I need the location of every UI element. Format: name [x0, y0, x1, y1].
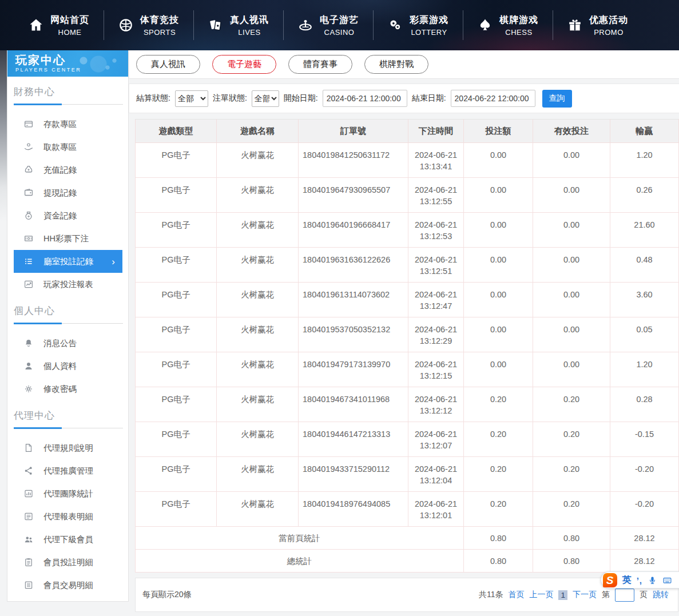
- keyboard-icon[interactable]: [662, 575, 672, 585]
- nav-item-home[interactable]: 网站首页HOME: [14, 0, 104, 50]
- sidebar-item-label: 代理報表明細: [43, 511, 93, 522]
- section-underline: [7, 427, 128, 429]
- cell-game-type: PG电子: [136, 317, 217, 352]
- ime-language-toggle[interactable]: 英: [622, 574, 632, 586]
- cell-bet-time: 2024-06-21 13:12:04: [408, 457, 464, 492]
- sidebar-item-label: 廳室投註記錄: [43, 256, 93, 267]
- nav-item-lottery[interactable]: 彩票游戏LOTTERY: [373, 0, 463, 50]
- nav-label-zh: 真人视讯: [230, 14, 269, 26]
- jump-suffix-label: 页: [640, 590, 648, 600]
- search-button[interactable]: 查詢: [542, 90, 572, 108]
- cell-game-type: PG电子: [136, 143, 217, 178]
- sidebar-item-announcements[interactable]: 消息公告: [14, 332, 122, 355]
- sidebar-item-profile[interactable]: 個人資料: [14, 355, 122, 377]
- top-navigation: 网站首页HOME体育竞技SPORTS真人视讯LIVES电子游艺CASINO彩票游…: [0, 0, 679, 50]
- column-header-game-name: 遊戲名稱: [217, 120, 299, 143]
- sidebar-item-change-password[interactable]: 修改密碼: [14, 377, 122, 400]
- summary-label: 總統計: [136, 550, 464, 573]
- prev-page-link[interactable]: 上一页: [529, 590, 553, 600]
- cell-win-loss: 3.60: [610, 283, 679, 317]
- sidebar-item-agent-rules[interactable]: 代理規則說明: [14, 436, 122, 459]
- order-status-select[interactable]: 全部: [252, 90, 279, 107]
- start-date-input[interactable]: [323, 90, 407, 107]
- sidebar-item-agent-report-detail[interactable]: 代理報表明細: [14, 505, 122, 528]
- nav-item-promo[interactable]: 优惠活动PROMO: [553, 0, 642, 50]
- tab-sports-events[interactable]: 體育賽事: [288, 55, 352, 74]
- table-row: PG电子火树赢花18040194189764940852024-06-21 13…: [136, 492, 679, 527]
- sidebar-item-label: 個人資料: [43, 361, 77, 372]
- tab-live-video[interactable]: 真人視訊: [136, 55, 200, 74]
- sidebar-item-funds-record[interactable]: 資金記錄: [14, 204, 122, 227]
- player-report-icon: [23, 279, 34, 289]
- cell-valid-bet: 0.20: [533, 492, 610, 527]
- tab-electronic-games[interactable]: 電子遊藝: [212, 55, 276, 74]
- sidebar-item-agent-sub-members[interactable]: 代理下級會員: [14, 528, 122, 551]
- sidebar-item-hh-lottery-bets[interactable]: HH彩票下注: [14, 227, 122, 250]
- ime-punctuation-toggle[interactable]: ’,: [637, 575, 642, 585]
- cell-game-type: PG电子: [136, 248, 217, 283]
- jump-button[interactable]: 跳转: [653, 590, 669, 600]
- sogou-logo-icon[interactable]: S: [603, 573, 617, 587]
- nav-label-en: PROMO: [594, 28, 624, 37]
- column-header-win-loss: 輸贏: [610, 120, 679, 143]
- cell-valid-bet: 0.00: [533, 143, 610, 178]
- sidebar-item-withdrawal-record[interactable]: 提現記錄: [14, 181, 122, 204]
- hh-lottery-icon: [23, 233, 34, 244]
- table-row: PG电子火树赢花18040196479309655072024-06-21 13…: [136, 178, 679, 213]
- jump-page-input[interactable]: [615, 589, 634, 602]
- settle-status-select[interactable]: 全部: [175, 90, 208, 107]
- next-page-link[interactable]: 下一页: [573, 590, 597, 600]
- nav-item-casino[interactable]: 电子游艺CASINO: [283, 0, 373, 50]
- section-underline: [7, 323, 128, 324]
- summary-win-loss: 28.12: [610, 550, 679, 573]
- sidebar-item-player-bet-report[interactable]: 玩家投注報表: [14, 273, 122, 296]
- sidebar-section-title: 財務中心: [7, 85, 128, 98]
- sidebar-item-recharge-record[interactable]: 充值記錄: [14, 158, 122, 181]
- nav-label-en: LIVES: [238, 28, 260, 37]
- players-center-subtitle: PLAYERS CENTER: [15, 67, 128, 73]
- cell-game-type: PG电子: [136, 457, 217, 492]
- sidebar-item-withdraw[interactable]: 取款專區: [14, 136, 122, 158]
- sidebar-item-member-transaction-detail[interactable]: 會員交易明細: [14, 574, 122, 597]
- cell-bet-time: 2024-06-21 13:12:47: [408, 283, 464, 317]
- cell-win-loss: 1.20: [610, 352, 679, 387]
- recharge-icon: [23, 165, 34, 175]
- nav-label-zh: 电子游艺: [320, 14, 359, 26]
- cell-valid-bet: 0.00: [533, 317, 610, 352]
- microphone-icon[interactable]: [648, 575, 657, 585]
- end-date-input[interactable]: [451, 90, 535, 107]
- sidebar-item-room-bet-records[interactable]: 廳室投註記錄›: [14, 250, 122, 273]
- nav-label-en: CHESS: [505, 28, 532, 37]
- sidebar-section-title: 代理中心: [7, 409, 128, 422]
- summary-label: 當前頁統計: [136, 527, 464, 550]
- cell-game-type: PG电子: [136, 283, 217, 317]
- nav-item-sports[interactable]: 体育竞技SPORTS: [104, 0, 193, 50]
- summary-win-loss: 28.12: [610, 527, 679, 550]
- sidebar-item-agent-team-stats[interactable]: 代理團隊統計: [14, 482, 122, 505]
- cell-valid-bet: 0.00: [533, 352, 610, 387]
- cell-bet-amount: 0.00: [464, 283, 533, 317]
- nav-label-zh: 彩票游戏: [410, 14, 448, 26]
- background-texture: [0, 50, 7, 222]
- nav-label-en: CASINO: [324, 28, 355, 37]
- cell-game-type: PG电子: [136, 178, 217, 213]
- bell-icon: [23, 338, 34, 348]
- cell-valid-bet: 0.20: [533, 457, 610, 492]
- sidebar-item-deposit[interactable]: 存款專區: [14, 113, 122, 136]
- cell-bet-time: 2024-06-21 13:12:53: [408, 213, 464, 248]
- cell-game-name: 火树赢花: [217, 387, 299, 422]
- first-page-link[interactable]: 首页: [508, 590, 524, 600]
- sidebar-item-member-bet-detail[interactable]: 會員投註明細: [14, 551, 122, 574]
- cell-bet-time: 2024-06-21 13:12:01: [408, 492, 464, 527]
- total-count-text: 共11条: [479, 590, 503, 600]
- nav-item-chess[interactable]: 棋牌游戏CHESS: [463, 0, 553, 50]
- summary-bet-amount: 0.80: [464, 550, 533, 573]
- nav-item-lives[interactable]: 真人视讯LIVES: [193, 0, 283, 50]
- room-bets-icon: [23, 256, 34, 267]
- sidebar: 玩家中心 PLAYERS CENTER 財務中心存款專區取款專區充值記錄提現記錄…: [7, 50, 129, 602]
- tab-chess-battle[interactable]: 棋牌對戰: [364, 55, 428, 74]
- sidebar-item-agent-promotion[interactable]: 代理推廣管理: [14, 459, 122, 482]
- cell-game-name: 火树赢花: [217, 213, 299, 248]
- promo-icon: [567, 17, 583, 33]
- cell-game-name: 火树赢花: [217, 178, 299, 213]
